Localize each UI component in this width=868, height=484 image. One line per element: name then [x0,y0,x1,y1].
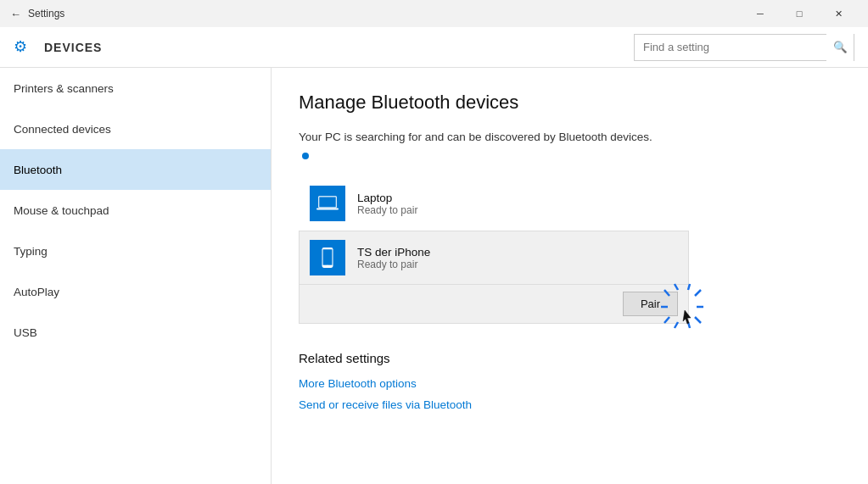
svg-line-10 [695,290,701,296]
search-button[interactable]: 🔍 [826,34,854,61]
svg-line-9 [688,284,690,290]
laptop-icon [316,192,339,214]
svg-rect-2 [316,209,339,210]
sidebar: Printers & scanners Connected devices Bl… [0,68,272,484]
pair-button-container: Pair [623,292,678,316]
svg-line-15 [664,317,669,323]
iphone-info: TS der iPhone Ready to pair [357,246,678,270]
maximize-button[interactable]: □ [780,0,819,27]
iphone-name: TS der iPhone [357,246,678,259]
back-arrow[interactable]: ← [10,8,21,20]
app-header: ⚙ DEVICES 🔍 [0,27,868,68]
app-title: DEVICES [44,41,102,54]
laptop-device-icon [310,186,345,221]
close-button[interactable]: ✕ [819,0,858,27]
laptop-name: Laptop [357,192,678,204]
svg-rect-1 [319,197,336,208]
page-title: Manage Bluetooth devices [299,92,841,114]
pair-button[interactable]: Pair [623,292,678,316]
sidebar-item-usb[interactable]: USB [0,312,271,353]
search-box: 🔍 [634,34,854,61]
svg-line-12 [695,317,701,323]
main-area: Printers & scanners Connected devices Bl… [0,68,868,484]
sidebar-item-mouse[interactable]: Mouse & touchpad [0,190,271,231]
svg-rect-4 [323,250,333,265]
svg-point-5 [327,265,328,267]
laptop-info: Laptop Ready to pair [357,192,678,216]
content-area: Manage Bluetooth devices Your PC is sear… [272,68,868,484]
search-input[interactable] [635,41,826,53]
svg-line-13 [688,322,690,328]
svg-line-14 [675,322,678,328]
title-bar-controls: ─ □ ✕ [741,0,858,27]
device-item-laptop[interactable]: Laptop Ready to pair [299,176,689,231]
phone-icon [316,247,339,269]
sidebar-item-connected[interactable]: Connected devices [0,108,271,149]
searching-text: Your PC is searching for and can be disc… [299,129,672,146]
searching-indicator [302,153,309,159]
gear-icon: ⚙ [14,37,34,58]
svg-line-8 [675,284,678,290]
app-container: ⚙ DEVICES 🔍 Printers & scanners Connecte… [0,27,868,484]
sidebar-item-typing[interactable]: Typing [0,231,271,271]
title-bar-left: ← Settings [10,8,64,20]
minimize-button[interactable]: ─ [741,0,780,27]
sidebar-item-autoplay[interactable]: AutoPlay [0,271,271,312]
more-bluetooth-link[interactable]: More Bluetooth options [299,377,841,390]
phone-device-icon [310,240,345,275]
sidebar-item-bluetooth[interactable]: Bluetooth [0,149,271,190]
related-settings-title: Related settings [299,351,841,365]
iphone-status: Ready to pair [357,259,678,270]
svg-marker-16 [683,310,691,324]
window-title: Settings [28,8,64,19]
pair-area: Pair [299,285,689,324]
device-item-iphone[interactable]: TS der iPhone Ready to pair [299,231,689,285]
sidebar-item-printers[interactable]: Printers & scanners [0,68,271,108]
send-receive-link[interactable]: Send or receive files via Bluetooth [299,398,841,411]
laptop-status: Ready to pair [357,204,678,216]
title-bar: ← Settings ─ □ ✕ [0,0,868,27]
